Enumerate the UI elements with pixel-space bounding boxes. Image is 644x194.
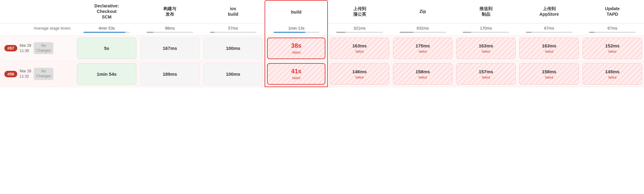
stage-time-56-2: 100ms — [226, 71, 240, 77]
build-badge-56[interactable]: #56 — [4, 71, 17, 77]
stage-status-57-5: failed — [419, 50, 427, 53]
avg-stage-0: 4min 53s — [75, 23, 138, 36]
header-stage-7: 上传到AppStore — [517, 0, 581, 23]
stage-time-56-4: 146ms — [352, 69, 367, 74]
build-meta-57: Mar 28 11:39 — [20, 43, 31, 54]
avg-bar-5 — [399, 32, 446, 33]
stage-57-3-build: 38s failed — [265, 36, 328, 61]
avg-bar-4 — [336, 32, 383, 33]
stage-56-1: 189ms — [138, 61, 202, 87]
stage-time-57-7: 163ms — [542, 43, 556, 48]
pipeline-table: Declarative:CheckoutSCM 构建与发布 iosbuild b… — [0, 0, 644, 87]
avg-label: Average stage times: — [0, 23, 75, 36]
stage-time-56-8: 145ms — [605, 69, 620, 74]
header-stage-3-build: build — [265, 0, 328, 23]
stage-56-4: 146ms failed — [328, 61, 391, 87]
stage-time-56-6: 157ms — [479, 69, 493, 74]
stage-56-6: 157ms failed — [454, 61, 518, 87]
build-time-56: 11:32 — [20, 74, 31, 79]
stage-time-57-5: 175ms — [416, 43, 430, 48]
stage-status-57-4: failed — [355, 50, 363, 53]
build-time-57: 11:39 — [20, 48, 31, 54]
header-build-col — [0, 0, 75, 23]
header-stage-5: Zip — [391, 0, 454, 23]
stage-time-57-4: 163ms — [352, 43, 367, 48]
average-row: Average stage times: 4min 53s 98ms 57ms — [0, 23, 644, 36]
stage-56-0: 1min 54s — [75, 61, 138, 87]
avg-stage-1: 98ms — [138, 23, 202, 36]
header-stage-6: 推送到制品 — [454, 0, 518, 23]
stage-56-8: 145ms failed — [581, 61, 644, 87]
no-changes-56: NoChanges — [34, 68, 53, 80]
avg-stage-8: 67ms — [581, 23, 644, 36]
avg-stage-6: 170ms — [454, 23, 518, 36]
build-row-56: #56 Mar 28 11:32 NoChanges 1min 54s — [0, 61, 644, 87]
stage-status-57-6: failed — [482, 50, 490, 53]
build-date-57: Mar 28 — [20, 43, 31, 48]
stage-status-57-8: failed — [608, 50, 616, 53]
pipeline-table-container: Declarative:CheckoutSCM 构建与发布 iosbuild b… — [0, 0, 644, 87]
stage-status-57-7: failed — [545, 50, 553, 53]
stage-56-2: 100ms — [202, 61, 265, 87]
stage-56-7: 158ms failed — [517, 61, 581, 87]
stage-status-56-6: failed — [482, 75, 490, 79]
stage-57-0: 5s — [75, 36, 138, 61]
stage-time-56-1: 189ms — [163, 71, 177, 77]
stage-57-2: 100ms — [202, 36, 265, 61]
avg-stage-5: 632ms — [391, 23, 454, 36]
stage-status-56-8: failed — [608, 75, 616, 79]
avg-bar-2 — [210, 32, 257, 33]
avg-stage-7: 67ms — [517, 23, 581, 36]
build-badge-57[interactable]: #57 — [4, 45, 17, 51]
stage-time-57-0: 5s — [104, 46, 109, 51]
avg-stage-4: 321ms — [328, 23, 391, 36]
avg-bar-0 — [83, 32, 130, 33]
build-info-57: #57 Mar 28 11:39 NoChanges — [0, 36, 75, 61]
stage-status-56-4: failed — [355, 75, 363, 79]
stage-status-56-7: failed — [545, 75, 553, 79]
header-stage-4: 上传到蒲公英 — [328, 0, 391, 23]
stage-time-57-2: 100ms — [226, 46, 240, 51]
stage-time-57-3: 38s — [291, 42, 301, 49]
no-changes-57: NoChanges — [34, 42, 53, 54]
stage-time-57-6: 163ms — [479, 43, 493, 48]
header-stage-2: iosbuild — [202, 0, 265, 23]
avg-stage-3-build: 1min 13s — [265, 23, 328, 36]
build-info-56: #56 Mar 28 11:32 NoChanges — [0, 61, 75, 87]
avg-bar-1 — [147, 32, 193, 33]
stage-time-57-8: 152ms — [605, 43, 620, 48]
avg-stage-2: 57ms — [202, 23, 265, 36]
build-meta-56: Mar 28 11:32 — [20, 69, 31, 79]
avg-bar-6 — [463, 32, 509, 33]
stage-56-5: 158ms failed — [391, 61, 454, 87]
avg-bar-8 — [589, 32, 636, 33]
stage-time-56-5: 158ms — [416, 69, 430, 74]
stage-57-6: 163ms failed — [454, 36, 518, 61]
header-row: Declarative:CheckoutSCM 构建与发布 iosbuild b… — [0, 0, 644, 23]
stage-57-8: 152ms failed — [581, 36, 644, 61]
stage-57-4: 163ms failed — [328, 36, 391, 61]
avg-bar-7 — [526, 32, 572, 33]
stage-57-1: 167ms — [138, 36, 202, 61]
stage-57-7: 163ms failed — [517, 36, 581, 61]
stage-time-56-3: 41s — [291, 68, 301, 75]
stage-time-56-0: 1min 54s — [97, 71, 116, 77]
stage-status-56-3: failed — [292, 76, 300, 80]
build-date-56: Mar 28 — [20, 69, 31, 74]
stage-status-57-3: failed — [292, 51, 300, 54]
stage-status-56-5: failed — [419, 75, 427, 79]
stage-time-56-7: 158ms — [542, 69, 556, 74]
header-stage-1: 构建与发布 — [138, 0, 202, 23]
header-stage-8: UpdateTAPD — [581, 0, 644, 23]
stage-56-3-build: 41s failed — [265, 61, 328, 87]
header-stage-0: Declarative:CheckoutSCM — [75, 0, 138, 23]
build-row-57: #57 Mar 28 11:39 NoChanges 5s — [0, 36, 644, 61]
avg-bar-3 — [274, 32, 319, 33]
stage-time-57-1: 167ms — [163, 46, 177, 51]
stage-57-5: 175ms failed — [391, 36, 454, 61]
